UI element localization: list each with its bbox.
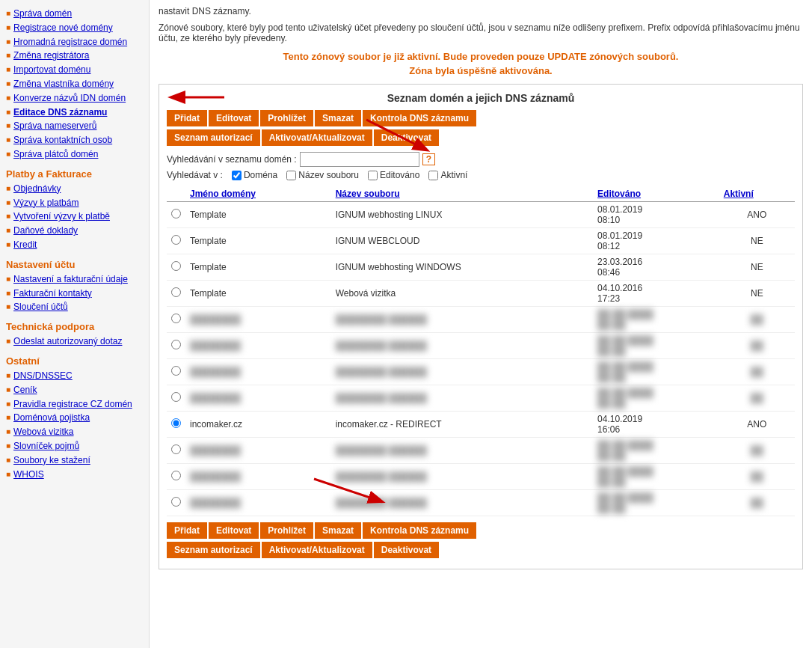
sidebar-item-vytvoreni-vyzvy[interactable]: ■ Vytvoření výzvy k platbě [6, 210, 143, 223]
table-row[interactable]: ████████████████ ████████.██.████ ██:███… [167, 359, 795, 385]
editovano-checkbox[interactable] [368, 171, 378, 180]
row-radio[interactable] [171, 287, 181, 297]
sidebar-item-konverze[interactable]: ■ Konverze názvů IDN domén [6, 92, 143, 105]
sidebar-link[interactable]: Daňové doklady [13, 224, 78, 237]
sidebar-link[interactable]: Sloučení účtů [13, 301, 68, 314]
table-row[interactable]: ████████████████ ████████.██.████ ██:███… [167, 490, 795, 516]
sidebar-item-kontaktni[interactable]: ■ Správa kontaktních osob [6, 134, 143, 147]
pridat-button-bottom[interactable]: Přidat [167, 522, 207, 539]
table-row[interactable]: ████████████████ ████████.██.████ ██:███… [167, 307, 795, 333]
sidebar-link[interactable]: Konverze názvů IDN domén [13, 92, 126, 105]
seznam-autorizaci-button-top[interactable]: Seznam autorizací [167, 129, 260, 146]
search-option-editovano[interactable]: Editováno [368, 170, 419, 180]
row-radio[interactable] [171, 471, 181, 480]
table-row[interactable]: TemplateWebová vizitka04.10.2016 17:23NE [167, 281, 795, 307]
sidebar-link[interactable]: Soubory ke stažení [13, 454, 90, 467]
aktivovat-button-bottom[interactable]: Aktivovat/Aktualizovat [262, 542, 372, 558]
sidebar-item-vyzvy[interactable]: ■ Výzvy k platbám [6, 197, 143, 210]
col-active[interactable]: Aktivní [719, 186, 795, 202]
help-icon[interactable]: ? [422, 153, 435, 165]
row-radio[interactable] [171, 444, 181, 454]
nazev-checkbox[interactable] [286, 171, 296, 180]
sidebar-item-importovat[interactable]: ■ Importovat doménu [6, 64, 143, 76]
row-radio[interactable] [171, 261, 181, 271]
sidebar-item-zmena-registratora[interactable]: ■ Změna registrátora [6, 49, 143, 62]
sidebar-link[interactable]: Pravidla registrace CZ domén [13, 398, 132, 411]
sidebar-link[interactable]: Objednávky [13, 183, 61, 195]
sidebar-link[interactable]: Správa plátců domén [13, 148, 98, 161]
editovat-button-bottom[interactable]: Editovat [209, 522, 259, 539]
kontrola-dns-button-bottom[interactable]: Kontrola DNS záznamu [363, 522, 476, 539]
sidebar-link[interactable]: Správa kontaktních osob [13, 134, 112, 147]
search-input[interactable] [300, 152, 419, 167]
sidebar-link[interactable]: Odeslat autorizovaný dotaz [13, 335, 122, 348]
sidebar-item-odeslat[interactable]: ■ Odeslat autorizovaný dotaz [6, 335, 143, 348]
table-row[interactable]: ████████████████ ████████.██.████ ██:███… [167, 333, 795, 359]
domena-checkbox[interactable] [232, 171, 242, 180]
sidebar-link[interactable]: Hromadná registrace domén [13, 36, 127, 49]
sidebar-link[interactable]: DNS/DNSSEC [13, 370, 73, 382]
sidebar-item-cenik[interactable]: ■ Ceník [6, 384, 143, 397]
sidebar-item-platci[interactable]: ■ Správa plátců domén [6, 148, 143, 161]
row-radio[interactable] [171, 340, 181, 349]
sidebar-link[interactable]: Kredit [13, 239, 37, 251]
sidebar-item-registrace[interactable]: ■ Registrace nové domény [6, 22, 143, 34]
search-option-domena[interactable]: Doména [232, 170, 277, 180]
sidebar-link[interactable]: Změna vlastníka domény [13, 78, 114, 91]
table-row[interactable]: TemplateIGNUM webhosting WINDOWS23.03.20… [167, 254, 795, 281]
row-radio[interactable] [171, 392, 181, 402]
sidebar-item-fakt-kontakty[interactable]: ■ Fakturační kontakty [6, 287, 143, 300]
sidebar-item-nameservery[interactable]: ■ Správa nameserverů [6, 120, 143, 132]
table-row[interactable]: ████████████████ ████████.██.████ ██:███… [167, 438, 795, 464]
sidebar-link[interactable]: Webová vizitka [13, 426, 73, 438]
sidebar-item-editace-dns[interactable]: ■ Editace DNS záznamu [6, 106, 143, 119]
sidebar-item-sprava-domen[interactable]: ■ Správa domén [6, 7, 143, 20]
sidebar-item-danove[interactable]: ■ Daňové doklady [6, 224, 143, 237]
pridat-button-top[interactable]: Přidat [167, 110, 207, 126]
smazat-button-top[interactable]: Smazat [315, 110, 361, 126]
row-radio[interactable] [171, 209, 181, 218]
kontrola-dns-button-top[interactable]: Kontrola DNS záznamu [363, 110, 476, 126]
sidebar-link[interactable]: Slovníček pojmů [13, 440, 79, 453]
sidebar-link[interactable]: Správa domén [13, 7, 72, 20]
sidebar-link[interactable]: Výzvy k platbám [13, 197, 79, 210]
sidebar-item-dns-dnssec[interactable]: ■ DNS/DNSSEC [6, 370, 143, 382]
sidebar-item-domenova-pojistka[interactable]: ■ Doménová pojistka [6, 412, 143, 424]
sidebar-item-zmena-vlastnika[interactable]: ■ Změna vlastníka domény [6, 78, 143, 91]
sidebar-link[interactable]: Importovat doménu [13, 64, 90, 76]
search-option-aktivni[interactable]: Aktivní [428, 170, 467, 180]
row-radio[interactable] [171, 418, 181, 428]
sidebar-item-kredit[interactable]: ■ Kredit [6, 239, 143, 251]
table-row[interactable]: TemplateIGNUM WEBCLOUD08.01.2019 08:12NE [167, 228, 795, 254]
sidebar-link[interactable]: Vytvoření výzvy k platbě [13, 210, 110, 223]
aktivni-checkbox[interactable] [428, 171, 438, 180]
sidebar-link[interactable]: Fakturační kontakty [13, 287, 92, 300]
aktivovat-button-top[interactable]: Aktivovat/Aktualizovat [262, 129, 372, 146]
sidebar-item-soubory[interactable]: ■ Soubory ke stažení [6, 454, 143, 467]
table-row[interactable]: incomaker.czincomaker.cz - REDIRECT04.10… [167, 412, 795, 438]
sidebar-link[interactable]: Registrace nové domény [13, 22, 113, 34]
row-radio[interactable] [171, 314, 181, 323]
sidebar-link[interactable]: WHOIS [13, 468, 44, 481]
sidebar-item-slouceni[interactable]: ■ Sloučení účtů [6, 301, 143, 314]
deaktivovat-button-top[interactable]: Deaktivovat [374, 129, 439, 146]
deaktivovat-button-bottom[interactable]: Deaktivovat [374, 542, 439, 558]
smazat-button-bottom[interactable]: Smazat [315, 522, 361, 539]
sidebar-link[interactable]: Správa nameserverů [13, 120, 96, 132]
row-radio[interactable] [171, 235, 181, 245]
col-edited[interactable]: Editováno [593, 186, 719, 202]
row-radio[interactable] [171, 497, 181, 507]
sidebar-item-hromadna[interactable]: ■ Hromadná registrace domén [6, 36, 143, 49]
col-domain[interactable]: Jméno domény [185, 186, 331, 202]
row-radio[interactable] [171, 366, 181, 376]
editovat-button-top[interactable]: Editovat [209, 110, 259, 126]
prohlizet-button-top[interactable]: Prohlížet [260, 110, 313, 126]
sidebar-link[interactable]: Nastavení a fakturační údaje [13, 273, 128, 286]
table-row[interactable]: ████████████████ ████████.██.████ ██:███… [167, 464, 795, 490]
col-filename[interactable]: Název souboru [331, 186, 593, 202]
sidebar-item-objednavky[interactable]: ■ Objednávky [6, 183, 143, 195]
table-row[interactable]: ████████████████ ████████.██.████ ██:███… [167, 385, 795, 412]
sidebar-link[interactable]: Ceník [13, 384, 37, 397]
prohlizet-button-bottom[interactable]: Prohlížet [260, 522, 313, 539]
sidebar-link[interactable]: Editace DNS záznamu [13, 106, 107, 119]
